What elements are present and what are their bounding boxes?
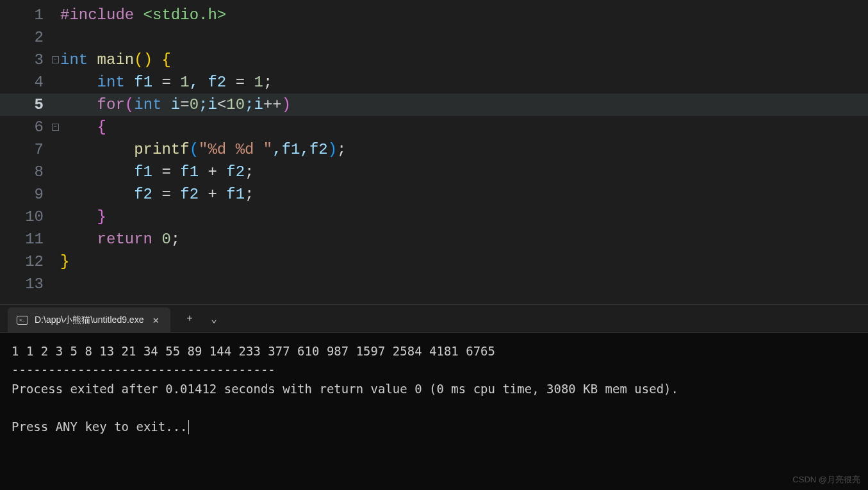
fold-gutter[interactable]: − [50, 56, 60, 63]
terminal-cursor [188, 420, 190, 434]
code-line[interactable]: 6 − { [0, 116, 868, 138]
line-number: 4 [0, 71, 50, 94]
output-fibonacci: 1 1 2 3 5 8 13 21 34 55 89 144 233 377 6… [12, 344, 495, 358]
code-line[interactable]: 2 [0, 26, 868, 49]
line-number: 11 [0, 228, 50, 250]
code-content: int main() { [60, 49, 171, 71]
fold-gutter[interactable]: − [50, 124, 60, 131]
terminal-icon [17, 316, 28, 325]
terminal-pane: D:\app\小熊猫\untitled9.exe ✕ + ⌄ 1 1 2 3 5… [0, 304, 868, 490]
line-number: 12 [0, 250, 50, 273]
code-line[interactable]: 1 #include <stdio.h> [0, 4, 868, 26]
code-content: return 0; [60, 228, 180, 250]
line-number: 2 [0, 26, 50, 49]
tab-dropdown-button[interactable]: ⌄ [204, 309, 224, 329]
line-number: 13 [0, 273, 50, 295]
line-number: 9 [0, 183, 50, 206]
code-content: #include <stdio.h> [60, 4, 226, 26]
terminal-tab-bar: D:\app\小熊猫\untitled9.exe ✕ + ⌄ [0, 305, 868, 333]
close-tab-button[interactable]: ✕ [150, 313, 161, 328]
code-line[interactable]: 4 int f1 = 1, f2 = 1; [0, 71, 868, 94]
tab-actions: + ⌄ [179, 309, 224, 329]
line-number: 8 [0, 161, 50, 183]
line-number: 6 [0, 116, 50, 138]
fold-collapse-icon[interactable]: − [52, 56, 59, 63]
terminal-tab[interactable]: D:\app\小熊猫\untitled9.exe ✕ [8, 307, 170, 333]
code-line[interactable]: 9 f2 = f2 + f1; [0, 183, 868, 206]
code-content: } [60, 250, 69, 273]
watermark: CSDN @月亮很亮 [792, 473, 860, 486]
code-line[interactable]: 8 f1 = f1 + f2; [0, 161, 868, 183]
code-line[interactable]: 12 } [0, 250, 868, 273]
code-content: for(int i=0;i<10;i++) [60, 94, 291, 116]
code-line[interactable]: 10 } [0, 206, 868, 228]
code-content: } [60, 206, 106, 228]
line-number: 5 [0, 94, 50, 116]
line-number: 1 [0, 4, 50, 26]
code-line[interactable]: 7 printf("%d %d ",f1,f2); [0, 138, 868, 161]
code-line[interactable]: 13 [0, 273, 868, 295]
code-editor[interactable]: 1 #include <stdio.h> 2 3 − int main() { … [0, 0, 868, 304]
code-line[interactable]: 11 return 0; [0, 228, 868, 250]
output-exit-info: Process exited after 0.01412 seconds wit… [12, 382, 678, 396]
terminal-output[interactable]: 1 1 2 3 5 8 13 21 34 55 89 144 233 377 6… [0, 333, 868, 490]
output-separator: ------------------------------------ [12, 363, 275, 377]
output-prompt: Press ANY key to exit... [12, 420, 188, 434]
code-content: int f1 = 1, f2 = 1; [60, 71, 272, 94]
new-tab-button[interactable]: + [179, 309, 200, 329]
tab-title: D:\app\小熊猫\untitled9.exe [35, 314, 143, 326]
line-number: 3 [0, 49, 50, 71]
code-content: printf("%d %d ",f1,f2); [60, 138, 347, 161]
code-line[interactable]: 3 − int main() { [0, 49, 868, 71]
code-line-current[interactable]: 5 for(int i=0;i<10;i++) [0, 94, 868, 116]
code-content: f1 = f1 + f2; [60, 161, 254, 183]
line-number: 7 [0, 138, 50, 161]
code-content: { [60, 116, 106, 138]
line-number: 10 [0, 206, 50, 228]
fold-collapse-icon[interactable]: − [52, 124, 59, 131]
code-content: f2 = f2 + f1; [60, 183, 254, 206]
